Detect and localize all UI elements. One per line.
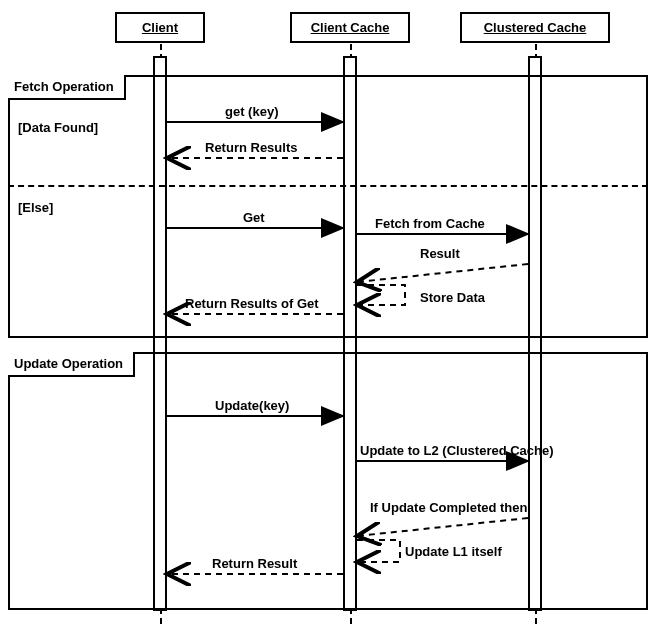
participant-clustered-cache: Clustered Cache (460, 12, 610, 43)
guard-else: [Else] (16, 200, 55, 215)
msg-result: Result (420, 246, 460, 261)
msg-get-key: get (key) (225, 104, 278, 119)
guard-data-found: [Data Found] (16, 120, 100, 135)
fetch-frame (8, 75, 648, 338)
update-frame-label-text: Update Operation (14, 356, 123, 371)
msg-return-result: Return Result (212, 556, 297, 571)
msg-update-l1: Update L1 itself (405, 544, 502, 559)
msg-update-l2: Update to L2 (Clustered Cache) (360, 443, 554, 458)
fetch-frame-label-text: Fetch Operation (14, 79, 114, 94)
update-frame (8, 352, 648, 610)
fetch-frame-label: Fetch Operation (8, 75, 126, 100)
msg-store-data: Store Data (420, 290, 485, 305)
update-frame-label: Update Operation (8, 352, 135, 377)
msg-if-complete: If Update Completed then (370, 500, 527, 515)
fetch-divider (8, 185, 648, 187)
msg-return-results-of-get: Return Results of Get (185, 296, 319, 311)
msg-get: Get (243, 210, 265, 225)
msg-update-key: Update(key) (215, 398, 289, 413)
sequence-diagram: Client Client Cache Clustered Cache Fetc… (0, 0, 661, 628)
msg-return-results: Return Results (205, 140, 297, 155)
participant-client-cache: Client Cache (290, 12, 410, 43)
participant-client: Client (115, 12, 205, 43)
msg-fetch-from-cache: Fetch from Cache (375, 216, 485, 231)
